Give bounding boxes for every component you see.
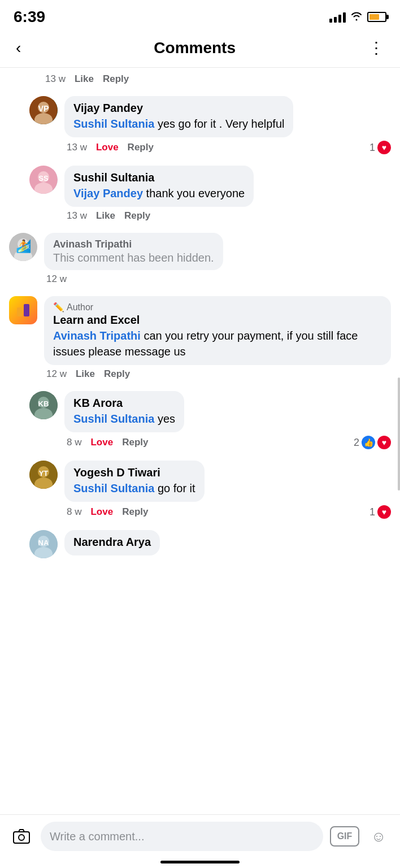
mention: Sushil Sultania [73, 482, 154, 494]
comment-actions: 13 w Like Reply [64, 210, 391, 222]
comment-bubble: Sushil Sultania Vijay Pandey thank you e… [64, 166, 254, 207]
learn-excel-logo [17, 304, 29, 316]
mention: Sushil Sultania [73, 118, 154, 130]
comment-bubble: Avinash Tripathi This comment has been h… [44, 233, 223, 270]
comment-actions: 8 w Love Reply 1 ♥ [64, 505, 391, 519]
svg-text:🏄: 🏄 [16, 238, 32, 254]
comment-row: SS Sushil Sultania Vijay Pandey thank yo… [0, 160, 400, 227]
heart-reaction-icon: ♥ [377, 141, 391, 154]
reaction-count: 1 ♥ [369, 505, 391, 519]
avatar: KB [29, 391, 58, 419]
battery-icon [367, 12, 386, 22]
comment-time: 12 w [46, 274, 67, 285]
more-options-button[interactable]: ⋮ [364, 36, 389, 59]
comment-time: 13 w [67, 210, 87, 222]
svg-text:YT: YT [39, 469, 49, 478]
status-time: 6:39 [14, 8, 45, 26]
comment-actions: 12 w [44, 274, 391, 285]
scroll-indicator[interactable] [398, 377, 400, 491]
comment-content: KB Arora Sushil Sultania yes 8 w Love Re… [64, 391, 391, 449]
reply-button[interactable]: Reply [122, 506, 148, 518]
like-reaction-icon: 👍 [362, 436, 375, 449]
commenter-name: Sushil Sultania [73, 171, 245, 184]
comment-input-bar: Write a comment... GIF ☺ [0, 814, 400, 868]
comment-bubble: Vijay Pandey Sushil Sultania yes go for … [64, 96, 293, 137]
comment-actions: 8 w Love Reply 2 👍 ♥ [64, 436, 391, 449]
comment-text: Vijay Pandey thank you everyone [73, 187, 245, 199]
comment-row: VP Vijay Pandey Sushil Sultania yes go f… [0, 90, 400, 160]
comment-row: NA Narendra Arya [0, 524, 400, 558]
comment-content: Avinash Tripathi This comment has been h… [44, 233, 391, 285]
status-icons [329, 11, 386, 24]
wifi-icon [350, 11, 363, 24]
like-button[interactable]: Like [76, 368, 95, 380]
commenter-name: Learn and Excel [53, 314, 382, 327]
gif-label: GIF [337, 831, 353, 841]
pencil-icon: ✏️ [53, 302, 64, 313]
comment-bubble: Narendra Arya [64, 530, 160, 555]
status-bar: 6:39 [0, 0, 400, 31]
comment-bubble: ✏️ Author Learn and Excel Avinash Tripat… [44, 296, 391, 365]
comment-bubble: Yogesh D Tiwari Sushil Sultania go for i… [64, 461, 205, 502]
comment-time: 13 w [67, 142, 87, 153]
comment-time: 12 w [46, 368, 67, 380]
comment-actions: 13 w Love Reply 1 ♥ [64, 141, 391, 154]
avatar [9, 296, 37, 324]
love-button[interactable]: Love [90, 437, 113, 448]
heart-reaction-icon: ♥ [377, 436, 391, 449]
reply-button[interactable]: Reply [104, 368, 130, 380]
avatar: VP [29, 96, 58, 124]
comment-text: Sushil Sultania yes go for it . Very hel… [73, 118, 284, 130]
count-number: 1 [369, 142, 375, 154]
back-button[interactable]: ‹ [11, 37, 25, 59]
svg-text:KB: KB [38, 400, 49, 408]
avatar: 🏄 [9, 233, 37, 261]
emoji-button[interactable]: ☺ [366, 824, 391, 849]
top-reply-button[interactable]: Reply [103, 73, 129, 85]
svg-rect-24 [14, 832, 29, 843]
signal-icon [329, 11, 346, 23]
avatar: SS [29, 166, 58, 194]
commenter-name: Avinash Tripathi [53, 238, 214, 250]
gif-button[interactable]: GIF [330, 826, 359, 847]
reply-button[interactable]: Reply [124, 210, 150, 222]
emoji-icon: ☺ [371, 828, 386, 845]
love-button[interactable]: Love [90, 506, 113, 518]
reaction-count: 1 ♥ [369, 141, 391, 154]
camera-button[interactable] [9, 824, 34, 849]
comment-row: 🏄 Avinash Tripathi This comment has been… [0, 227, 400, 290]
page-title: Comments [154, 39, 236, 57]
comment-content: Yogesh D Tiwari Sushil Sultania go for i… [64, 461, 391, 519]
comment-row: KB KB Arora Sushil Sultania yes 8 w Love… [0, 385, 400, 455]
home-indicator [160, 861, 240, 863]
comment-content: ✏️ Author Learn and Excel Avinash Tripat… [44, 296, 391, 380]
header: ‹ Comments ⋮ [0, 31, 400, 68]
top-like-button[interactable]: Like [75, 73, 94, 85]
comment-text: Sushil Sultania yes [73, 413, 175, 425]
comment-text: Sushil Sultania go for it [73, 482, 195, 494]
author-badge: ✏️ Author [53, 302, 93, 313]
comment-time: 8 w [67, 506, 81, 518]
input-placeholder: Write a comment... [50, 830, 144, 843]
comment-time: 8 w [67, 437, 81, 448]
commenter-name: Narendra Arya [73, 536, 151, 549]
comment-text: Avinash Tripathi can you retry your paym… [53, 329, 358, 358]
comment-input[interactable]: Write a comment... [41, 822, 323, 851]
mention: Sushil Sultania [73, 413, 154, 425]
comment-row: YT Yogesh D Tiwari Sushil Sultania go fo… [0, 455, 400, 524]
like-button[interactable]: Like [96, 210, 115, 222]
love-button[interactable]: Love [96, 142, 119, 153]
commenter-name: Yogesh D Tiwari [73, 466, 195, 479]
comment-bubble: KB Arora Sushil Sultania yes [64, 391, 184, 432]
mention: Vijay Pandey [73, 187, 143, 199]
comment-actions: 12 w Like Reply [44, 368, 391, 380]
commenter-name: Vijay Pandey [73, 102, 284, 115]
svg-text:VP: VP [38, 104, 49, 113]
reply-button[interactable]: Reply [128, 142, 154, 153]
mention: Avinash Tripathi [53, 329, 141, 342]
count-number: 2 [354, 437, 359, 449]
comment-content: Sushil Sultania Vijay Pandey thank you e… [64, 166, 391, 222]
top-comment-actions: 13 w Like Reply [0, 68, 400, 90]
reply-button[interactable]: Reply [122, 437, 148, 448]
avatar: NA [29, 530, 58, 558]
